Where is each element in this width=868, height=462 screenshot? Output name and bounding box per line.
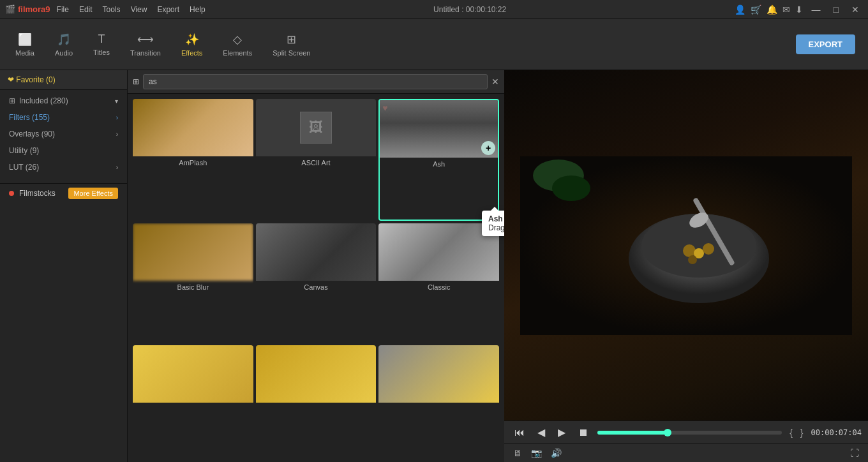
- stop-button[interactable]: ⏹: [574, 426, 592, 440]
- effects-icon: ✨: [185, 33, 199, 47]
- audio-icon: 🎵: [57, 33, 71, 47]
- sidebar-item-lut[interactable]: LUT (26) ›: [0, 159, 127, 175]
- mail-icon[interactable]: ✉: [782, 4, 790, 15]
- classic-label: Classic: [426, 281, 451, 294]
- tooltip-desc: Drag to the timeline to apply: [488, 223, 504, 232]
- toolbar-elements[interactable]: ◇ Elements: [214, 29, 261, 61]
- toolbar-effects[interactable]: ✨ Effects: [172, 29, 211, 61]
- svg-point-5: [683, 244, 696, 257]
- svg-point-7: [703, 243, 714, 255]
- download-icon[interactable]: ⬇: [795, 4, 803, 15]
- canvas-thumbnail: [256, 223, 377, 281]
- camera-icon[interactable]: 📷: [528, 447, 544, 459]
- effect-item-canvas[interactable]: Canvas: [256, 223, 377, 343]
- svg-point-10: [552, 175, 590, 201]
- effect-item-ascii[interactable]: 🖼 ASCII Art: [256, 99, 377, 221]
- effects-grid: AmPlash 🖼 ASCII Art ♥ + Ash Basic Blu: [128, 94, 504, 462]
- preview-secondary-controls: 🖥 📷 🔊 ⛶: [504, 443, 868, 462]
- close-button[interactable]: ✕: [848, 3, 863, 16]
- included-icon: ⊞: [9, 96, 15, 105]
- toolbar-audio[interactable]: 🎵 Audio: [46, 29, 82, 61]
- menu-view[interactable]: View: [131, 5, 147, 14]
- effect-item-row3b[interactable]: [256, 345, 377, 457]
- titlebar: 🎬 filmora9 File Edit Tools View Export H…: [0, 0, 868, 19]
- video-svg: [520, 156, 852, 335]
- ash-tooltip: Ash Drag to the timeline to apply: [482, 211, 504, 236]
- skip-back-button[interactable]: ⏮: [511, 426, 528, 440]
- bracket-close-button[interactable]: }: [798, 426, 806, 439]
- menu-tools[interactable]: Tools: [103, 5, 121, 14]
- add-ash-button[interactable]: +: [481, 141, 495, 155]
- menu-help[interactable]: Help: [190, 5, 206, 14]
- preview-panel: ⏮ ◀ ▶ ⏹ { } 00:00:07:04 🖥 📷 🔊 ⛶: [504, 70, 868, 462]
- menu-edit[interactable]: Edit: [79, 5, 93, 14]
- sidebar-item-overlays[interactable]: Overlays (90) ›: [0, 126, 127, 142]
- titles-label: Titles: [93, 48, 110, 56]
- monitor-icon[interactable]: 🖥: [511, 447, 525, 459]
- preview-video: [504, 70, 868, 421]
- toolbar-media[interactable]: ⬜ Media: [6, 29, 43, 61]
- lut-label: LUT (26): [9, 163, 39, 172]
- sidebar-item-filters[interactable]: Filters (155) ›: [0, 109, 127, 126]
- effect-item-ash[interactable]: ♥ + Ash: [378, 99, 499, 221]
- toolbar-transition[interactable]: ⟷ Transition: [121, 29, 170, 61]
- ascii-label: ASCII Art: [300, 156, 331, 169]
- minimize-button[interactable]: —: [808, 3, 825, 16]
- logo-icon: 🎬: [5, 4, 15, 14]
- svg-point-8: [688, 255, 697, 264]
- bracket-open-button[interactable]: {: [787, 426, 795, 439]
- favorite-button[interactable]: ❤ Favorite (0): [0, 70, 127, 90]
- search-input[interactable]: [143, 74, 488, 89]
- splitscreen-icon: ⊞: [287, 33, 296, 47]
- ash-thumbnail: ♥ +: [380, 100, 498, 158]
- row3b-thumbnail: [256, 345, 377, 403]
- clear-search-button[interactable]: ✕: [491, 77, 499, 87]
- main-toolbar: ⬜ Media 🎵 Audio T Titles ⟷ Transition ✨ …: [0, 19, 868, 70]
- toolbar-splitscreen[interactable]: ⊞ Split Screen: [264, 29, 319, 61]
- bell-icon[interactable]: 🔔: [767, 4, 777, 15]
- more-effects-button[interactable]: More Effects: [68, 188, 118, 199]
- filmstocks-dot: [9, 191, 14, 196]
- effect-item-basicblur[interactable]: Basic Blur: [133, 223, 253, 343]
- titles-icon: T: [98, 33, 105, 46]
- toolbar-titles[interactable]: T Titles: [84, 29, 119, 60]
- overlays-label: Overlays (90): [9, 130, 55, 138]
- sidebar-item-utility[interactable]: Utility (9): [0, 142, 127, 159]
- effect-item-amplash[interactable]: AmPlash: [133, 99, 253, 221]
- fullscreen-button[interactable]: ⛶: [848, 447, 862, 459]
- sidebar-item-included[interactable]: ⊞ Included (280) ▾: [0, 93, 127, 109]
- play-button[interactable]: ▶: [554, 425, 569, 440]
- included-chevron: ▾: [115, 98, 118, 105]
- canvas-label: Canvas: [303, 281, 329, 294]
- media-icon: ⬜: [18, 33, 32, 47]
- user-icon[interactable]: 👤: [735, 4, 745, 15]
- row3c-label: [438, 403, 440, 408]
- volume-icon[interactable]: 🔊: [548, 447, 564, 459]
- progress-fill: [597, 431, 668, 435]
- amplash-label: AmPlash: [177, 156, 208, 169]
- step-back-button[interactable]: ◀: [534, 425, 549, 440]
- sidebar-sections: ⊞ Included (280) ▾ Filters (155) › Overl…: [0, 90, 127, 178]
- row3a-thumbnail: [133, 345, 253, 403]
- effect-item-classic[interactable]: Classic: [378, 223, 499, 343]
- maximize-button[interactable]: □: [830, 3, 842, 16]
- included-label: Included (280): [19, 96, 68, 105]
- tooltip-title: Ash: [488, 214, 504, 223]
- cart-icon[interactable]: 🛒: [751, 4, 761, 15]
- effects-search-bar: ⊞ ✕: [128, 70, 504, 94]
- transition-label: Transition: [130, 49, 161, 57]
- effect-item-row3c[interactable]: [378, 345, 499, 457]
- menu-file[interactable]: File: [57, 5, 69, 14]
- progress-bar[interactable]: [597, 431, 782, 435]
- effect-item-row3a[interactable]: [133, 345, 253, 457]
- overlays-chevron: ›: [116, 131, 118, 138]
- audio-label: Audio: [55, 49, 73, 57]
- amplash-thumbnail: [133, 99, 253, 156]
- titlebar-controls: 👤 🛒 🔔 ✉ ⬇ — □ ✕: [735, 3, 863, 16]
- export-button[interactable]: EXPORT: [796, 34, 855, 54]
- row3a-label: [191, 403, 194, 408]
- elements-label: Elements: [223, 49, 252, 57]
- elements-icon: ◇: [233, 33, 242, 47]
- menu-export[interactable]: Export: [157, 5, 179, 14]
- left-panel: ❤ Favorite (0) ⊞ Included (280) ▾ Filter…: [0, 70, 128, 462]
